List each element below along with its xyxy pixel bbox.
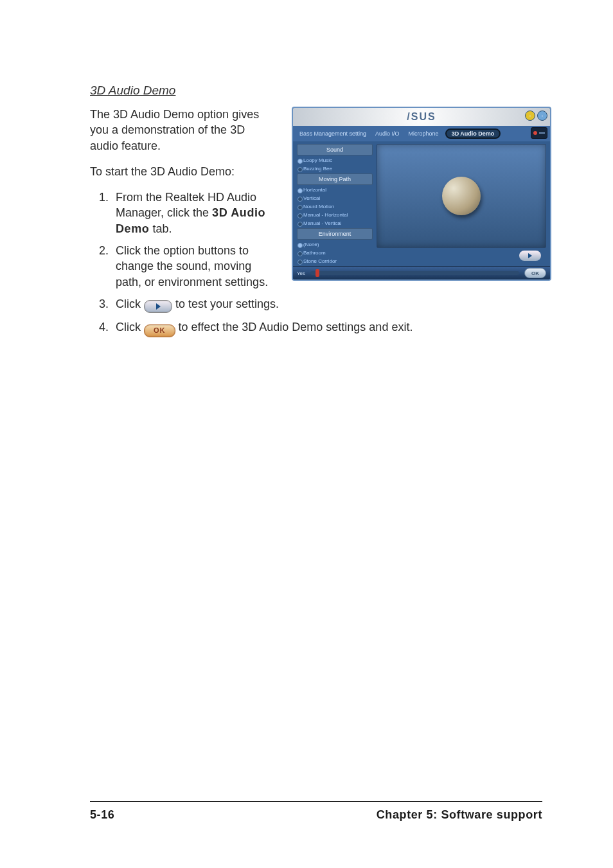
moving-header: Moving Path: [297, 173, 373, 185]
ok-button[interactable]: OK: [524, 268, 546, 278]
opt-buzzing-bee[interactable]: Buzzing Bee: [297, 165, 373, 172]
preview-area: [377, 144, 546, 265]
sound-header: Sound: [297, 144, 373, 155]
opt-stone[interactable]: Stone Corridor: [297, 258, 373, 265]
opt-vertical[interactable]: Vertical: [297, 195, 373, 202]
tab-audio-io[interactable]: Audio I/O: [373, 129, 402, 138]
window-controls: ◦ ◦: [525, 111, 547, 121]
volume-slider[interactable]: [531, 127, 547, 139]
shot-footer: Yes OK: [293, 266, 550, 279]
play-icon: [528, 253, 532, 258]
tab-3d-audio-demo[interactable]: 3D Audio Demo: [445, 128, 501, 139]
opt-man-vert[interactable]: Manual - Vertical: [297, 220, 373, 227]
close-icon[interactable]: ◦: [537, 111, 547, 121]
shot-titlebar: /SUS ◦ ◦: [293, 108, 550, 126]
step-1-post: tab.: [149, 222, 172, 235]
intro-paragraph: The 3D Audio Demo option gives you a dem…: [90, 107, 276, 154]
step-3-post: to test your settings.: [175, 297, 279, 310]
page: 3D Audio Demo The 3D Audio Demo option g…: [0, 0, 613, 868]
opt-loopy-music[interactable]: Loopy Music: [297, 157, 373, 164]
opt-none[interactable]: (None): [297, 241, 373, 248]
step-3: Click to test your settings.: [112, 296, 551, 313]
opt-bathroom[interactable]: Bathroom: [297, 249, 373, 256]
step-4: Click OK to effect the 3D Audio Demo set…: [112, 319, 551, 337]
audio-demo-screenshot: /SUS ◦ ◦ Bass Management setting Audio I…: [292, 107, 551, 281]
preview-3d: [377, 144, 546, 248]
minimize-icon[interactable]: ◦: [525, 111, 535, 121]
play-row: [377, 248, 546, 265]
steps-continued: Click to test your settings. Click OK to…: [90, 296, 551, 337]
left-column: The 3D Audio Demo option gives you a dem…: [90, 107, 276, 296]
opt-horizontal[interactable]: Horizontal: [297, 186, 373, 193]
env-header: Environment: [297, 228, 373, 240]
step-2: Click the option buttons to change the s…: [112, 243, 276, 290]
tab-bass[interactable]: Bass Management setting: [297, 129, 369, 138]
right-column: /SUS ◦ ◦ Bass Management setting Audio I…: [290, 107, 551, 281]
shot-tabs: Bass Management setting Audio I/O Microp…: [293, 126, 550, 141]
opt-nourd[interactable]: Nourd Motion: [297, 203, 373, 210]
page-number: 5-16: [90, 808, 114, 822]
step-4-pre: Click: [116, 321, 144, 333]
chapter-title: Chapter 5: Software support: [377, 808, 542, 822]
step-4-post: to effect the 3D Audio Demo settings and…: [179, 321, 413, 333]
section-title: 3D Audio Demo: [90, 84, 551, 98]
two-col: The 3D Audio Demo option gives you a dem…: [90, 107, 551, 296]
volume-knob-icon: [533, 131, 537, 135]
page-footer: 5-16 Chapter 5: Software support: [90, 801, 542, 822]
brand-logo: /SUS: [293, 108, 550, 126]
footer-slider[interactable]: [310, 271, 519, 275]
ok-pill-icon: OK: [144, 324, 175, 337]
step-1: From the Realtek HD Audio Manager, click…: [112, 190, 276, 236]
play-pill-icon: [144, 300, 172, 313]
shot-body: Sound Loopy Music Buzzing Bee Moving Pat…: [293, 141, 550, 266]
opt-man-horiz[interactable]: Manual - Horizontal: [297, 211, 373, 218]
options-sidebar: Sound Loopy Music Buzzing Bee Moving Pat…: [297, 144, 373, 265]
footer-left-text: Yes: [297, 270, 305, 276]
play-triangle-icon: [156, 303, 161, 310]
play-button[interactable]: [519, 251, 541, 261]
volume-track: [539, 132, 545, 134]
step-3-pre: Click: [116, 297, 144, 310]
start-paragraph: To start the 3D Audio Demo:: [90, 164, 276, 179]
globe-icon: [442, 177, 481, 215]
steps-list: From the Realtek HD Audio Manager, click…: [90, 190, 276, 290]
tab-microphone[interactable]: Microphone: [406, 129, 441, 138]
